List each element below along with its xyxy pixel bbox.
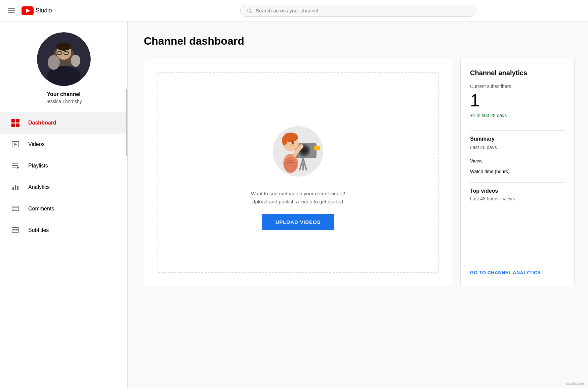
header: Studio bbox=[0, 0, 588, 21]
dashboard-grid: Want to see metrics on your recent video… bbox=[144, 58, 575, 286]
subscribers-change: +1 in last 28 days bbox=[470, 113, 565, 118]
svg-rect-33 bbox=[314, 146, 320, 150]
channel-name: Jessica Thornsby bbox=[45, 99, 82, 104]
playlists-icon bbox=[9, 160, 22, 172]
svg-point-12 bbox=[48, 55, 60, 70]
main-content: Channel dashboard bbox=[128, 21, 588, 388]
youtube-logo bbox=[22, 6, 34, 15]
upload-card: Want to see metrics on your recent video… bbox=[144, 58, 452, 286]
sidebar-item-playlists[interactable]: Playlists bbox=[0, 155, 127, 177]
summary-row-views: Views bbox=[470, 155, 565, 166]
sidebar-scrollbar[interactable] bbox=[126, 89, 127, 156]
sidebar-item-videos[interactable]: Videos bbox=[0, 134, 127, 155]
search-bar bbox=[240, 5, 475, 17]
logo-area: Studio bbox=[22, 6, 52, 15]
channel-title: Your channel bbox=[47, 91, 80, 97]
sidebar-label-videos: Videos bbox=[28, 141, 45, 147]
studio-label: Studio bbox=[36, 7, 52, 14]
svg-rect-22 bbox=[17, 186, 18, 190]
sidebar-item-comments[interactable]: Comments bbox=[0, 198, 127, 220]
views-label: Views bbox=[470, 158, 482, 163]
summary-row-watchtime: Watch time (hours) bbox=[470, 166, 565, 177]
svg-marker-15 bbox=[14, 143, 17, 146]
sidebar-label-analytics: Analytics bbox=[28, 184, 50, 190]
svg-rect-20 bbox=[12, 187, 14, 190]
menu-icon[interactable] bbox=[5, 4, 17, 17]
sidebar-label-playlists: Playlists bbox=[28, 163, 48, 169]
divider-2 bbox=[470, 182, 565, 183]
subscribers-count: 1 bbox=[470, 91, 565, 110]
upload-videos-button[interactable]: UPLOAD VIDEOS bbox=[262, 214, 334, 230]
go-to-analytics-link[interactable]: GO TO CHANNEL ANALYTICS bbox=[470, 270, 565, 275]
watchtime-label: Watch time (hours) bbox=[470, 169, 510, 174]
sidebar-label-dashboard: Dashboard bbox=[28, 120, 56, 126]
top-videos-period: Last 48 hours · Views bbox=[470, 196, 565, 201]
svg-rect-23 bbox=[12, 206, 19, 211]
layout: Your channel Jessica Thornsby Dashboard bbox=[0, 21, 588, 388]
svg-marker-19 bbox=[17, 166, 19, 169]
sidebar: Your channel Jessica Thornsby Dashboard bbox=[0, 21, 128, 388]
analytics-card: Channel analytics Current subscribers 1 … bbox=[460, 58, 575, 286]
upload-dashed-box: Want to see metrics on your recent video… bbox=[158, 72, 438, 273]
search-bar-container bbox=[133, 5, 583, 17]
svg-point-13 bbox=[71, 55, 80, 67]
sidebar-item-analytics[interactable]: Analytics bbox=[0, 177, 127, 198]
divider-1 bbox=[470, 130, 565, 131]
svg-line-3 bbox=[251, 12, 252, 13]
page-title: Channel dashboard bbox=[144, 35, 575, 47]
avatar-image bbox=[37, 32, 91, 86]
svg-point-46 bbox=[282, 136, 287, 145]
svg-point-50 bbox=[293, 145, 294, 146]
svg-point-49 bbox=[292, 144, 293, 145]
svg-point-51 bbox=[290, 144, 291, 145]
dashboard-icon bbox=[9, 117, 22, 129]
nav-list: Dashboard Videos bbox=[0, 112, 127, 241]
svg-rect-21 bbox=[15, 185, 16, 190]
sidebar-label-subtitles: Subtitles bbox=[28, 227, 49, 233]
analytics-icon bbox=[9, 181, 22, 193]
search-icon bbox=[247, 8, 252, 14]
header-left: Studio bbox=[5, 4, 133, 17]
watermark: wsxdn.com bbox=[565, 381, 584, 385]
summary-title: Summary bbox=[470, 136, 565, 142]
svg-point-36 bbox=[302, 148, 306, 152]
top-videos-title: Top videos bbox=[470, 188, 565, 194]
comments-icon bbox=[9, 203, 22, 215]
analytics-title: Channel analytics bbox=[470, 69, 565, 77]
search-input[interactable] bbox=[256, 8, 469, 13]
upload-description: Want to see metrics on your recent video… bbox=[251, 190, 345, 206]
filmmaker-illustration bbox=[264, 114, 332, 182]
svg-point-48 bbox=[293, 141, 294, 142]
videos-icon bbox=[9, 138, 22, 150]
sidebar-label-comments: Comments bbox=[28, 206, 54, 212]
svg-point-41 bbox=[284, 157, 297, 173]
sidebar-item-dashboard[interactable]: Dashboard bbox=[0, 112, 127, 134]
summary-period: Last 28 days bbox=[470, 145, 565, 150]
sidebar-item-subtitles[interactable]: Subtitles bbox=[0, 220, 127, 241]
svg-point-11 bbox=[56, 43, 71, 51]
subtitles-icon bbox=[9, 224, 22, 236]
avatar bbox=[37, 32, 91, 86]
subscribers-label: Current subscribers bbox=[470, 84, 565, 89]
